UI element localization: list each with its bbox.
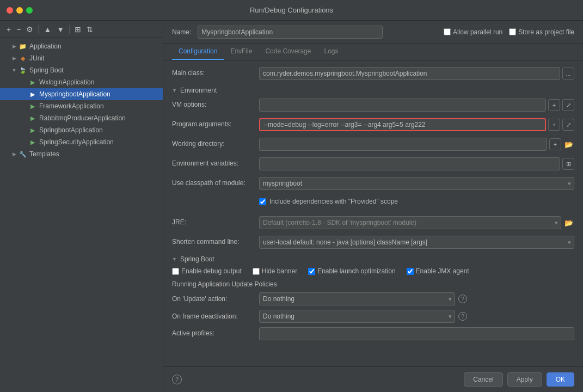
- label-wxlogin: WxloginApplication: [39, 78, 94, 86]
- tree-item-rabbitmq[interactable]: ▶ RabbitmqProducerApplication: [0, 112, 163, 124]
- on-frame-help-icon[interactable]: ?: [458, 312, 467, 321]
- icon-wxlogin: ▶: [28, 78, 37, 87]
- enable-jmx-checkbox[interactable]: [407, 268, 414, 275]
- move-up-button[interactable]: ▲: [41, 24, 53, 35]
- tree-item-junit[interactable]: ▶ ◆ JUnit: [0, 52, 163, 64]
- tab-code-coverage[interactable]: Code Coverage: [259, 44, 317, 60]
- working-dir-field: + 📂: [259, 138, 574, 151]
- close-button[interactable]: [7, 7, 13, 14]
- on-frame-select[interactable]: Do nothing: [259, 310, 455, 323]
- allow-parallel-text: Allow parallel run: [453, 28, 502, 36]
- spring-boot-arrow[interactable]: ▼: [172, 256, 177, 262]
- enable-launch-opt-checkbox[interactable]: [308, 268, 315, 275]
- copy-config-button[interactable]: ⊞: [72, 24, 83, 35]
- icon-spring-boot: 🍃: [19, 66, 27, 75]
- environment-arrow[interactable]: ▼: [172, 88, 177, 93]
- working-dir-input[interactable]: [259, 138, 547, 151]
- icon-framework: ▶: [28, 102, 37, 111]
- environment-section-header: ▼ Environment: [172, 87, 574, 94]
- running-policies-section: Running Application Update Policies On '…: [172, 280, 574, 323]
- allow-parallel-checkbox[interactable]: [444, 28, 451, 35]
- move-down-button[interactable]: ▼: [54, 24, 66, 35]
- apply-button[interactable]: Apply: [507, 372, 542, 387]
- allow-parallel-label[interactable]: Allow parallel run: [444, 28, 502, 36]
- icon-springsecurity: ▶: [28, 138, 37, 146]
- args-fullscreen-button[interactable]: ⤢: [562, 119, 574, 131]
- remove-config-button[interactable]: −: [14, 24, 23, 35]
- tree-item-springsecurity[interactable]: ▶ SpringSecurityApplication: [0, 136, 163, 148]
- minimize-button[interactable]: [16, 7, 23, 14]
- maximize-button[interactable]: [26, 7, 33, 14]
- hide-banner-checkbox[interactable]: [253, 268, 260, 275]
- help-button[interactable]: ?: [172, 375, 182, 384]
- tab-envfile[interactable]: EnvFile: [224, 44, 259, 60]
- include-deps-label[interactable]: Include dependencies with "Provided" sco…: [259, 198, 398, 205]
- tree-item-application[interactable]: ▶ 📁 Application: [0, 40, 163, 52]
- cancel-button[interactable]: Cancel: [464, 372, 502, 387]
- tab-logs[interactable]: Logs: [317, 44, 345, 60]
- working-dir-row: Working directory: + 📂: [172, 138, 574, 152]
- hide-banner-label[interactable]: Hide banner: [253, 267, 297, 275]
- workdir-expand-button[interactable]: +: [549, 138, 561, 150]
- name-input[interactable]: [198, 26, 383, 39]
- tree-item-myspringboot[interactable]: ▶ MyspringbootApplication: [0, 88, 163, 100]
- sort-config-button[interactable]: ⇅: [84, 24, 95, 35]
- label-spring-boot: Spring Boot: [29, 66, 64, 74]
- program-args-input[interactable]: [259, 118, 546, 131]
- main-class-label: Main class:: [172, 67, 259, 77]
- environment-title: Environment: [180, 87, 217, 94]
- main-class-input[interactable]: [259, 67, 560, 80]
- vm-fullscreen-button[interactable]: ⤢: [562, 99, 574, 111]
- tree-item-framework[interactable]: ▶ FrameworkApplication: [0, 100, 163, 112]
- jre-field: Default (corretto-1.8 - SDK of 'myspring…: [259, 216, 574, 229]
- on-frame-select-wrapper: Do nothing: [259, 310, 455, 323]
- active-profiles-input[interactable]: [259, 327, 574, 340]
- tree-item-templates[interactable]: ▶ 🔧 Templates: [0, 148, 163, 160]
- name-bar: Name: Allow parallel run Store as projec…: [163, 21, 583, 44]
- running-policies-title: Running Application Update Policies: [172, 280, 574, 288]
- env-vars-expand-button[interactable]: ⊞: [562, 158, 574, 170]
- add-config-button[interactable]: +: [4, 24, 13, 35]
- name-label: Name:: [172, 28, 191, 36]
- shorten-cmdline-select[interactable]: user-local default: none - java [options…: [259, 236, 574, 249]
- enable-debug-label[interactable]: Enable debug output: [172, 267, 242, 275]
- tree-item-spring-boot[interactable]: ▼ 🍃 Spring Boot: [0, 64, 163, 76]
- dialog-title: Run/Debug Configurations: [250, 6, 333, 14]
- traffic-lights: [7, 7, 33, 14]
- jre-label: JRE:: [172, 216, 259, 226]
- active-profiles-field: [259, 327, 574, 340]
- store-as-project-label[interactable]: Store as project file: [509, 28, 574, 36]
- tree-item-wxlogin[interactable]: ▶ WxloginApplication: [0, 76, 163, 88]
- env-vars-input[interactable]: [259, 157, 560, 170]
- env-vars-field: ⊞: [259, 157, 574, 170]
- settings-config-button[interactable]: ⚙: [24, 24, 35, 35]
- arrow-application: ▶: [11, 43, 17, 50]
- label-springsecurity: SpringSecurityApplication: [39, 138, 114, 146]
- on-update-select[interactable]: Do nothing: [259, 292, 455, 305]
- tree-item-springboot[interactable]: ▶ SpringbootApplication: [0, 124, 163, 136]
- env-vars-label: Environment variables:: [172, 157, 259, 167]
- vm-expand-button[interactable]: +: [548, 99, 560, 111]
- on-update-help-icon[interactable]: ?: [458, 295, 467, 303]
- enable-jmx-text: Enable JMX agent: [416, 267, 469, 275]
- jre-select[interactable]: Default (corretto-1.8 - SDK of 'myspring…: [259, 216, 561, 229]
- classpath-select[interactable]: myspringboot: [259, 177, 574, 190]
- enable-jmx-label[interactable]: Enable JMX agent: [407, 267, 469, 275]
- icon-myspringboot: ▶: [28, 90, 37, 99]
- args-expand-button[interactable]: +: [548, 119, 560, 131]
- jre-folder-button[interactable]: 📂: [563, 219, 574, 227]
- workdir-folder-button[interactable]: 📂: [563, 140, 574, 149]
- tab-configuration[interactable]: Configuration: [172, 44, 224, 60]
- enable-launch-opt-label[interactable]: Enable launch optimization: [308, 267, 395, 275]
- arrow-templates: ▶: [11, 151, 17, 157]
- icon-junit: ◆: [19, 54, 27, 63]
- store-as-project-checkbox[interactable]: [509, 28, 516, 35]
- label-junit: JUnit: [29, 54, 44, 62]
- vm-options-input[interactable]: [259, 99, 546, 112]
- enable-debug-checkbox[interactable]: [172, 268, 179, 275]
- main-class-browse-button[interactable]: ...: [562, 68, 574, 79]
- ok-button[interactable]: OK: [547, 372, 574, 387]
- on-update-label: On 'Update' action:: [172, 295, 259, 303]
- include-deps-checkbox[interactable]: [259, 198, 266, 205]
- program-args-label: Program arguments:: [172, 118, 259, 128]
